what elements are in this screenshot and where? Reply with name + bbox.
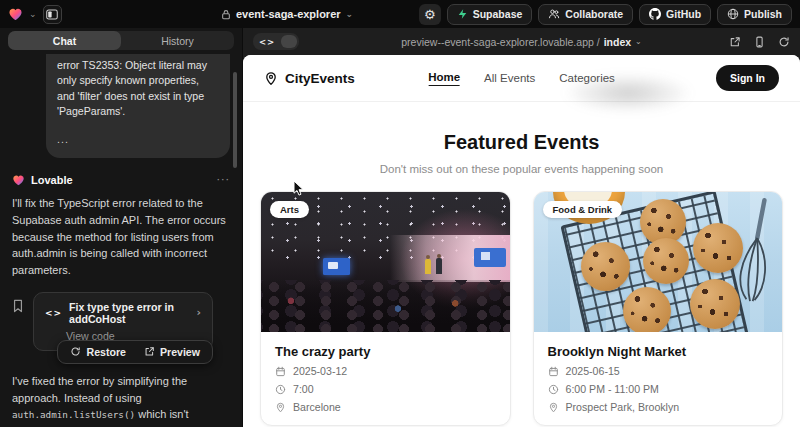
clock-icon — [548, 384, 559, 395]
app-viewport: CityEvents Home All Events Categories Si… — [243, 55, 800, 427]
workspace-chevron-down-icon[interactable]: ⌄ — [29, 10, 37, 19]
supabase-button[interactable]: Supabase — [447, 4, 533, 25]
event-cards: Arts The crazy party 2025-03-12 7 — [260, 191, 783, 426]
pin-icon — [275, 402, 286, 413]
refresh-button[interactable] — [778, 36, 790, 48]
topbar: ⌄ event-saga-explorer ⌄ ⚙ Supabase Colla… — [0, 0, 800, 28]
section-subtitle: Don't miss out on these popular events h… — [243, 163, 800, 175]
message-menu-button[interactable]: ··· — [217, 173, 231, 186]
restore-icon — [70, 346, 81, 357]
event-title: The crazy party — [275, 344, 496, 359]
event-location: Barcelone — [275, 401, 496, 413]
preview-button[interactable]: Preview — [136, 344, 208, 360]
external-link-icon — [144, 346, 155, 357]
event-date: 2025-03-12 — [275, 365, 496, 377]
category-badge: Arts — [270, 201, 309, 218]
location-pin-icon — [264, 71, 278, 86]
github-icon — [649, 8, 661, 20]
sidebar-toggle-button[interactable] — [43, 5, 62, 24]
collaborate-button[interactable]: Collaborate — [538, 4, 633, 25]
calendar-icon — [275, 366, 286, 377]
people-icon — [548, 8, 560, 20]
bookmark-icon[interactable] — [12, 299, 24, 313]
preview-url-domain: preview--event-saga-explorer.lovable.app… — [401, 36, 599, 48]
event-time: 7:00 — [275, 383, 496, 395]
user-message-bubble: error TS2353: Object literal may only sp… — [46, 50, 230, 158]
chevron-right-icon: › — [196, 306, 201, 319]
event-location: Prospect Park, Brooklyn — [548, 401, 769, 413]
preview-url-page: index — [604, 36, 631, 48]
chat-messages: error TS2353: Object literal may only sp… — [0, 50, 242, 427]
code-view-toggle[interactable]: <> — [253, 33, 299, 50]
featured-section: Featured Events Don't miss out on these … — [243, 102, 800, 175]
app-nav: Home All Events Categories — [428, 71, 615, 86]
code-icon: <> — [45, 308, 62, 318]
event-title: Brooklyn Night Market — [548, 344, 769, 359]
clock-icon — [275, 384, 286, 395]
chat-panel: Chat History error TS2353: Object litera… — [0, 28, 242, 427]
lock-icon — [221, 9, 231, 20]
category-badge: Food & Drink — [543, 201, 623, 218]
assistant-result-message: I've fixed the error by simplifying the … — [12, 373, 230, 427]
refresh-icon — [778, 36, 790, 48]
code-icon: <> — [253, 37, 281, 47]
pin-icon — [548, 402, 559, 413]
event-image-cookies: Food & Drink — [534, 192, 783, 332]
section-title: Featured Events — [243, 131, 800, 154]
tab-chat[interactable]: Chat — [8, 31, 121, 50]
panel-icon — [46, 9, 58, 20]
event-date: 2025-06-15 — [548, 365, 769, 377]
github-button[interactable]: GitHub — [639, 4, 711, 25]
open-in-new-tab-button[interactable] — [729, 36, 741, 48]
project-menu[interactable]: event-saga-explorer ⌄ — [221, 8, 353, 20]
event-time: 6:00 PM - 11:00 PM — [548, 383, 769, 395]
phone-icon — [754, 36, 765, 48]
message-ellipsis: ... — [57, 132, 219, 147]
publish-button[interactable]: Publish — [717, 4, 792, 25]
event-card[interactable]: Food & Drink Brooklyn Night Market 2025-… — [533, 191, 784, 426]
supabase-bolt-icon — [457, 8, 468, 20]
assistant-header: Lovable ··· — [12, 173, 230, 186]
preview-url[interactable]: preview--event-saga-explorer.lovable.app… — [401, 36, 642, 48]
mobile-view-button[interactable] — [754, 36, 765, 48]
sign-in-button[interactable]: Sign In — [716, 65, 779, 91]
settings-button[interactable]: ⚙ — [419, 4, 441, 25]
nav-home[interactable]: Home — [428, 71, 460, 86]
external-link-icon — [729, 36, 741, 48]
assistant-intro-message: I'll fix the TypeScript error related to… — [12, 195, 230, 279]
event-card[interactable]: Arts The crazy party 2025-03-12 7 — [260, 191, 511, 426]
preview-panel: <> preview--event-saga-explorer.lovable.… — [243, 28, 800, 427]
gear-icon: ⚙ — [424, 8, 436, 21]
tab-history[interactable]: History — [121, 31, 234, 50]
nav-categories[interactable]: Categories — [559, 72, 615, 84]
chat-tabs: Chat History — [0, 28, 242, 54]
url-chevron-down-icon: ⌄ — [635, 38, 642, 46]
lovable-heart-icon — [12, 174, 25, 186]
tool-card-title: Fix type type error in addCoHost — [69, 301, 189, 325]
event-image-conference: Arts — [261, 192, 510, 332]
project-chevron-down-icon: ⌄ — [346, 10, 354, 19]
preview-toolbar: <> preview--event-saga-explorer.lovable.… — [243, 28, 800, 55]
nav-all-events[interactable]: All Events — [484, 72, 535, 84]
globe-icon — [727, 8, 739, 20]
user-message-text: error TS2353: Object literal may only sp… — [57, 58, 219, 119]
whisk-decoration — [723, 195, 777, 319]
assistant-name: Lovable — [31, 174, 73, 186]
chat-scrollbar[interactable] — [233, 72, 237, 168]
project-name: event-saga-explorer — [236, 8, 341, 20]
inline-code: auth.admin.listUsers() — [12, 409, 135, 420]
restore-button[interactable]: Restore — [62, 344, 133, 360]
app-header: CityEvents Home All Events Categories Si… — [243, 55, 800, 102]
version-actions: Restore Preview — [57, 340, 213, 364]
lovable-logo-icon[interactable] — [8, 7, 23, 21]
app-brand[interactable]: CityEvents — [264, 71, 355, 86]
toggle-knob — [281, 35, 297, 48]
calendar-icon — [548, 366, 559, 377]
